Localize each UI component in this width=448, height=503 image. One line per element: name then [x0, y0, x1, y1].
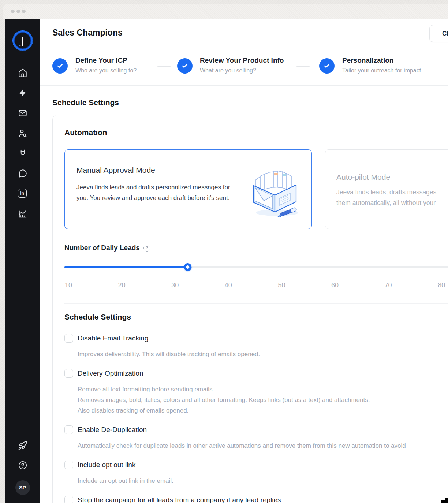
slider-scale-label: 30 — [171, 282, 179, 289]
step-connector — [296, 66, 310, 67]
divider — [64, 303, 448, 304]
window-titlebar — [3, 4, 448, 19]
checkbox[interactable] — [64, 461, 73, 469]
mode-description-line: them automatically, all without your — [336, 199, 436, 207]
section-title: Schedule Settings — [52, 98, 119, 107]
sidebar-item-email[interactable] — [18, 108, 27, 118]
slider-scale: 1020304050607080 — [64, 282, 448, 290]
schedule-option-row: Delivery OptimizationRemove all text for… — [64, 368, 448, 416]
checkbox[interactable] — [64, 496, 73, 503]
linkedin-icon: in — [18, 189, 27, 198]
slider-fill — [64, 266, 188, 268]
help-icon — [18, 461, 27, 470]
mode-card-manual-approval[interactable]: Manual Approval Mode Jeeva finds leads a… — [64, 149, 312, 229]
checkbox-description: Automatically check for duplicate leads … — [78, 440, 448, 451]
check-circle-icon — [319, 58, 335, 74]
sidebar-item-automations[interactable] — [18, 88, 27, 98]
mode-description: Jeeva finds leads and drafts personalize… — [76, 182, 238, 203]
divider — [40, 85, 448, 86]
main-content: Sales Champions Close Define Your ICP Wh… — [40, 19, 448, 503]
check-circle-icon — [52, 58, 68, 74]
mode-title: Manual Approval Mode — [76, 166, 155, 175]
slider-scale-label: 80 — [438, 282, 445, 289]
step-subtitle: Tailor your outreach for impact — [342, 67, 421, 74]
schedule-settings-card: Automation Manual Approval Mode Jeeva fi… — [52, 115, 448, 503]
schedule-option-row: Disable Email TrackingImproves deliverab… — [64, 333, 448, 359]
sidebar-item-lead-magnet[interactable] — [18, 149, 27, 158]
checkbox[interactable] — [64, 334, 73, 343]
slider-scale-label: 50 — [278, 282, 285, 289]
window-dot[interactable] — [16, 10, 20, 13]
step-title: Review Your Product Info — [200, 56, 284, 65]
analytics-icon — [18, 209, 27, 219]
schedule-option-row: Stop the campaign for all leads from a c… — [64, 495, 448, 503]
window-dot[interactable] — [11, 10, 15, 13]
magnet-icon — [18, 149, 27, 158]
checkbox-label: Stop the campaign for all leads from a c… — [78, 495, 283, 503]
divider — [40, 47, 448, 47]
slider-scale-label: 40 — [225, 282, 232, 289]
step-product-info-text: Review Your Product Info What are you se… — [200, 56, 284, 74]
page-title: Sales Champions — [52, 28, 123, 38]
lightning-icon — [18, 88, 27, 98]
step-title: Define Your ICP — [75, 56, 137, 65]
checkbox[interactable] — [64, 425, 73, 434]
rocket-icon — [18, 441, 27, 450]
checkbox-label: Enable De-Duplication — [78, 425, 147, 435]
daily-leads-label: Number of Daily Leads — [64, 244, 140, 252]
mode-description-line: Jeeva finds leads, drafts messages — [336, 189, 436, 196]
step-connector — [157, 66, 171, 67]
sidebar-item-launch[interactable] — [18, 441, 27, 450]
schedule-options: Disable Email TrackingImproves deliverab… — [64, 333, 448, 503]
checkbox[interactable] — [64, 369, 73, 378]
step-product-info[interactable] — [177, 58, 193, 74]
sidebar-item-lead-search[interactable] — [18, 128, 27, 138]
slider-scale-label: 60 — [331, 282, 339, 289]
window-dot[interactable] — [22, 10, 26, 13]
sidebar-item-chat[interactable] — [18, 169, 27, 178]
schedule-settings-heading: Schedule Settings — [64, 313, 131, 321]
sidebar: J in SP — [5, 19, 40, 503]
chat-icon — [18, 169, 27, 178]
step-title: Personalization — [342, 56, 421, 65]
question-circle-icon[interactable]: ? — [143, 245, 150, 252]
daily-leads-slider[interactable] — [64, 263, 448, 272]
lead-search-icon — [18, 128, 27, 138]
checkbox-label: Include opt out link — [78, 460, 135, 470]
step-define-icp-text: Define Your ICP Who are you selling to? — [75, 56, 137, 74]
envelope-box-illustration — [245, 164, 305, 220]
slider-scale-label: 20 — [118, 282, 126, 289]
checkbox-description: Remove all text formatting before sendin… — [78, 384, 448, 416]
checkbox-label: Delivery Optimization — [78, 368, 143, 379]
slider-knob[interactable] — [184, 263, 191, 271]
close-button[interactable]: Close — [429, 25, 448, 42]
mode-title: Auto-pilot Mode — [336, 173, 390, 182]
sidebar-item-linkedin[interactable]: in — [18, 189, 27, 198]
step-personalization-text: Personalization Tailor your outreach for… — [342, 56, 421, 74]
daily-leads-label-row: Number of Daily Leads ? — [64, 244, 150, 252]
step-subtitle: What are you selling? — [200, 67, 284, 74]
sidebar-item-home[interactable] — [18, 68, 27, 78]
jeeva-logo: J — [13, 31, 33, 51]
home-icon — [18, 68, 27, 78]
step-define-icp[interactable] — [52, 58, 68, 74]
checkbox-description: Improves deliverability. This will disab… — [78, 349, 448, 359]
window-controls[interactable] — [11, 10, 26, 13]
schedule-option-row: Enable De-DuplicationAutomatically check… — [64, 425, 448, 451]
sidebar-item-help[interactable] — [18, 461, 27, 470]
automation-heading: Automation — [64, 128, 107, 137]
checkbox-description: Include an opt out link in the email. — [78, 476, 448, 486]
step-subtitle: Who are you selling to? — [75, 67, 137, 74]
check-circle-icon — [177, 58, 193, 74]
checkbox-label: Disable Email Tracking — [78, 333, 148, 343]
sidebar-item-analytics[interactable] — [18, 209, 27, 219]
mail-icon — [18, 108, 27, 118]
mode-card-auto-pilot[interactable]: Auto-pilot Mode Jeeva finds leads, draft… — [325, 149, 448, 229]
schedule-option-row: Include opt out linkInclude an opt out l… — [64, 460, 448, 486]
slider-scale-label: 70 — [385, 282, 392, 289]
jeeva-logo-letter: J — [20, 35, 25, 47]
step-personalization[interactable] — [319, 58, 335, 74]
user-avatar[interactable]: SP — [15, 480, 30, 495]
slider-scale-label: 10 — [65, 282, 72, 289]
